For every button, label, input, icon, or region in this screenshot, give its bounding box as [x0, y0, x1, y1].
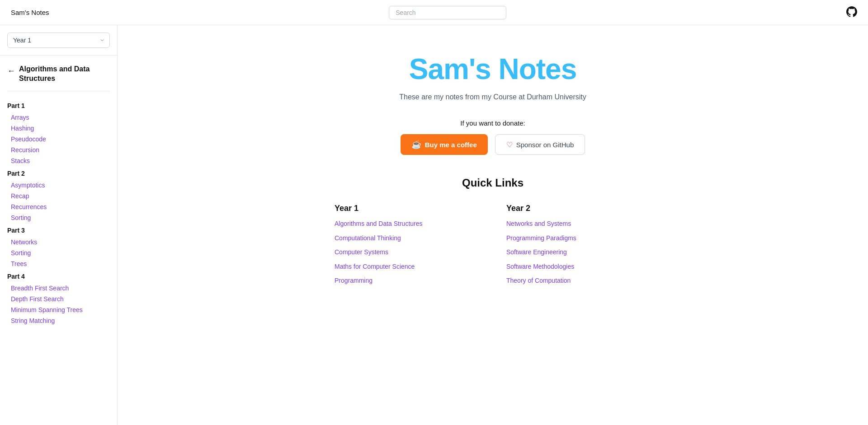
- year2-link-nas[interactable]: Networks and Systems: [506, 220, 651, 229]
- sidebar-link-arrays[interactable]: Arrays: [0, 112, 117, 123]
- sidebar-link-string-matching[interactable]: String Matching: [0, 315, 117, 326]
- year2-link-se[interactable]: Software Engineering: [506, 248, 651, 257]
- part-4-label: Part 4: [0, 269, 117, 283]
- top-nav: Sam's Notes: [0, 0, 868, 25]
- quick-links-grid: Year 1 Algorithms and Data Structures Co…: [335, 204, 651, 291]
- main-content: Sam's Notes These are my notes from my C…: [118, 25, 868, 425]
- layout: Year 1 Year 2 ← Algorithms and Data Stru…: [0, 25, 868, 425]
- github-icon[interactable]: [846, 6, 857, 19]
- year1-col: Year 1 Algorithms and Data Structures Co…: [335, 204, 479, 291]
- year1-title: Year 1: [335, 204, 479, 213]
- year-select-wrap: Year 1 Year 2: [0, 33, 117, 55]
- quick-links-section: Quick Links Year 1 Algorithms and Data S…: [335, 177, 651, 291]
- sidebar-link-pseudocode[interactable]: Pseudocode: [0, 134, 117, 145]
- sidebar-link-sorting-3[interactable]: Sorting: [0, 248, 117, 258]
- part-2-label: Part 2: [0, 166, 117, 180]
- sidebar-link-networks[interactable]: Networks: [0, 237, 117, 248]
- site-title: Sam's Notes: [11, 9, 49, 16]
- year1-link-ct[interactable]: Computational Thinking: [335, 234, 479, 243]
- back-arrow-icon[interactable]: ←: [7, 65, 15, 77]
- sidebar-divider-top: [0, 55, 117, 56]
- github-sponsor-label: Sponsor on GitHub: [516, 141, 574, 149]
- sidebar-link-trees[interactable]: Trees: [0, 258, 117, 269]
- sidebar-section-header: ← Algorithms and Data Structures: [0, 61, 117, 89]
- year1-link-ads[interactable]: Algorithms and Data Structures: [335, 220, 479, 229]
- search-input[interactable]: [389, 6, 506, 19]
- year1-link-cs[interactable]: Computer Systems: [335, 248, 479, 257]
- sidebar-link-recurrences[interactable]: Recurrences: [0, 201, 117, 212]
- sidebar-hr: [7, 91, 110, 91]
- sidebar-link-bfs[interactable]: Breadth First Search: [0, 283, 117, 294]
- year-select[interactable]: Year 1 Year 2: [7, 33, 110, 48]
- sidebar-link-asymptotics[interactable]: Asymptotics: [0, 180, 117, 191]
- github-sponsor-button[interactable]: ♡ Sponsor on GitHub: [495, 134, 585, 155]
- buy-coffee-label: Buy me a coffee: [425, 141, 477, 149]
- quick-links-title: Quick Links: [335, 177, 651, 189]
- sidebar: Year 1 Year 2 ← Algorithms and Data Stru…: [0, 25, 118, 425]
- sidebar-link-dfs[interactable]: Depth First Search: [0, 294, 117, 304]
- sidebar-link-hashing[interactable]: Hashing: [0, 123, 117, 134]
- page-subtitle: These are my notes from my Course at Dur…: [136, 93, 850, 101]
- part-1-label: Part 1: [0, 98, 117, 112]
- donate-buttons: ☕ Buy me a coffee ♡ Sponsor on GitHub: [136, 134, 850, 155]
- sidebar-link-mst[interactable]: Minimum Spanning Trees: [0, 304, 117, 315]
- search-wrap: [389, 6, 506, 19]
- sidebar-section-title: Algorithms and Data Structures: [19, 65, 110, 84]
- year2-title: Year 2: [506, 204, 651, 213]
- coffee-icon: ☕: [411, 140, 421, 149]
- buy-coffee-button[interactable]: ☕ Buy me a coffee: [401, 134, 488, 155]
- year1-link-mcs[interactable]: Maths for Computer Science: [335, 262, 479, 271]
- year2-col: Year 2 Networks and Systems Programming …: [506, 204, 651, 291]
- donate-section: If you want to donate: ☕ Buy me a coffee…: [136, 119, 850, 155]
- sidebar-link-stacks[interactable]: Stacks: [0, 155, 117, 166]
- page-title: Sam's Notes: [136, 52, 850, 86]
- year2-link-toc[interactable]: Theory of Computation: [506, 276, 651, 285]
- donate-label: If you want to donate:: [136, 119, 850, 127]
- year1-link-prog[interactable]: Programming: [335, 276, 479, 285]
- part-3-label: Part 3: [0, 223, 117, 237]
- sidebar-link-recap[interactable]: Recap: [0, 191, 117, 201]
- year2-link-sm[interactable]: Software Methodologies: [506, 262, 651, 271]
- year2-link-pp[interactable]: Programming Paradigms: [506, 234, 651, 243]
- sidebar-link-recursion[interactable]: Recursion: [0, 145, 117, 155]
- heart-icon: ♡: [506, 140, 513, 149]
- sidebar-link-sorting-2[interactable]: Sorting: [0, 212, 117, 223]
